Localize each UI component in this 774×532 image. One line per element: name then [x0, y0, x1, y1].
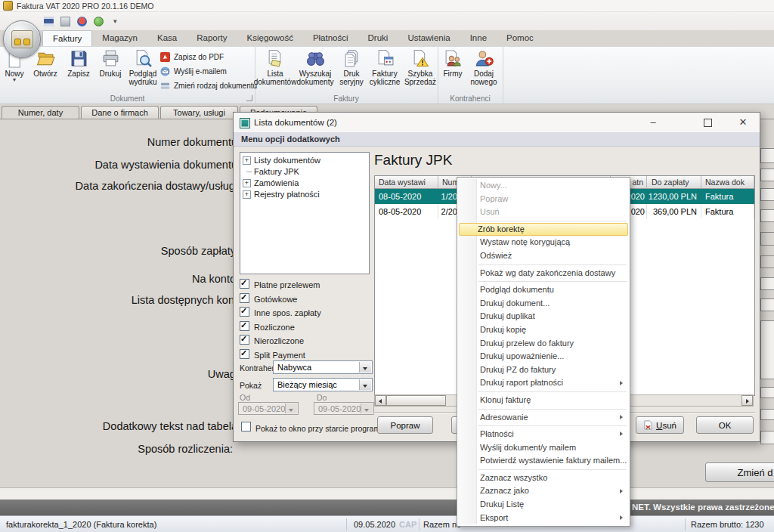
minimize-icon[interactable]: – [642, 113, 664, 132]
save-to-pdf-button[interactable]: Zapisz do PDF [160, 51, 224, 63]
document-tab[interactable]: Towary, usługi [160, 106, 238, 119]
delete-button[interactable]: Usuń [636, 416, 684, 434]
context-menu-item[interactable]: Pokaż wg daty zakończenia dostawy [457, 267, 630, 280]
context-menu-item[interactable]: Popraw [457, 193, 630, 206]
context-menu-item[interactable]: Drukuj przelew do faktury [457, 337, 630, 351]
scroll-right-icon[interactable] [741, 395, 753, 406]
dialog-menu-bar[interactable]: Menu opcji dodatkowych [234, 132, 760, 147]
filter-option[interactable]: Gotówkowe [240, 292, 373, 306]
quick-sale-button[interactable]: Szybka Sprzedaż [403, 48, 438, 92]
document-list-button[interactable]: Lista dokumentów [256, 48, 294, 92]
change-document-type-button[interactable]: Zmień rodzaj dokumentu [160, 79, 257, 92]
form-field-stub[interactable] [760, 320, 774, 379]
context-menu-item[interactable]: Drukuj raport płatności [457, 376, 630, 390]
context-menu-item[interactable]: Odśwież [457, 249, 630, 263]
kontrahent-select[interactable]: Nabywca [273, 360, 373, 374]
form-field-stub[interactable] [760, 387, 774, 398]
ribbon-tab[interactable]: Płatności [303, 30, 358, 46]
ribbon-tab[interactable]: Faktury [42, 30, 92, 46]
ribbon-tab[interactable]: Magazyn [92, 30, 147, 46]
context-menu-item[interactable]: Podgląd dokumentu [457, 283, 630, 297]
filter-option[interactable]: Płatne przelewem [240, 277, 373, 292]
context-menu-item[interactable]: Drukuj duplikat [457, 310, 630, 323]
save-button[interactable]: Zapisz [63, 48, 94, 92]
checkbox-icon[interactable] [240, 321, 249, 331]
context-menu-item[interactable]: Zrób korektę [459, 223, 628, 237]
filter-option[interactable]: Inne spos. zapłaty [240, 305, 373, 320]
form-field-stub[interactable] [760, 431, 774, 444]
help-badge-icon[interactable] [77, 17, 87, 26]
form-field-stub[interactable] [760, 209, 774, 222]
recurring-invoices-button[interactable]: Faktury cykliczne [367, 48, 403, 92]
application-menu-button[interactable] [3, 20, 41, 58]
document-tab[interactable]: Dane o firmach [81, 106, 159, 119]
open-button[interactable]: Otwórz [29, 48, 62, 92]
scrollbar-thumb[interactable] [386, 395, 446, 406]
chevron-down-icon[interactable] [359, 379, 371, 390]
context-menu-item[interactable]: Drukuj kopię [457, 323, 630, 337]
update-icon[interactable] [94, 17, 104, 26]
context-menu-item[interactable]: Drukuj upoważnienie... [457, 350, 630, 363]
send-email-button[interactable]: Wyślij e-mailem [160, 65, 227, 78]
context-menu-item[interactable]: Eksport [457, 512, 630, 525]
maximize-icon[interactable] [696, 113, 719, 132]
ribbon-tab[interactable]: Raporty [187, 30, 237, 46]
column-header[interactable]: Data wystawi [375, 176, 438, 189]
column-header[interactable]: Nazwa dok [701, 176, 754, 189]
ribbon-tab[interactable]: Inne [460, 30, 497, 46]
context-menu-item[interactable]: Drukuj Listę [457, 498, 630, 512]
context-menu-item[interactable]: Potwierdź wystawienie faktury mailem... [457, 454, 630, 468]
checkbox-icon[interactable] [240, 349, 249, 359]
context-menu-item[interactable]: Zaznacz wszystko [457, 472, 630, 485]
print-preview-button[interactable]: Podgląd wydruku [125, 48, 160, 92]
tree-item[interactable]: Zamówienia [240, 178, 369, 189]
checkbox-icon[interactable] [241, 422, 251, 431]
form-field-stub[interactable] [760, 277, 774, 290]
save-icon[interactable] [44, 17, 54, 26]
context-menu-item[interactable]: Nowy... [457, 179, 630, 193]
filter-option[interactable]: Split Payment [240, 348, 373, 362]
filter-option[interactable]: Rozliczone [240, 320, 373, 334]
context-menu-item[interactable]: Zaznacz jako [457, 484, 630, 498]
form-field-stub[interactable] [760, 298, 774, 311]
ribbon-tab[interactable]: Ustawienia [398, 30, 460, 46]
ribbon-tab[interactable]: Pomoc [497, 30, 543, 46]
context-menu-item[interactable]: Płatności [457, 428, 630, 441]
checkbox-icon[interactable] [240, 279, 249, 289]
form-field-stub[interactable] [760, 188, 774, 201]
chevron-down-icon[interactable] [359, 362, 371, 373]
context-menu-item[interactable]: Adresowanie [457, 411, 630, 425]
form-field-stub[interactable] [760, 169, 774, 181]
context-menu-item[interactable]: Drukuj dokument... [457, 297, 630, 311]
search-documents-button[interactable]: Wyszukaj dokumenty [294, 48, 336, 92]
companies-button[interactable]: Firmy [441, 48, 465, 92]
checkbox-icon[interactable] [240, 293, 249, 303]
add-contractor-button[interactable]: Dodaj nowego [466, 48, 501, 92]
close-icon[interactable]: ✕ [729, 113, 757, 132]
form-field-stub[interactable] [760, 255, 774, 268]
context-menu-item[interactable]: Wystaw notę korygującą [457, 236, 630, 249]
checkbox-icon[interactable] [240, 307, 249, 317]
context-menu-item[interactable]: Drukuj PZ do faktury [457, 363, 630, 377]
date-to-select[interactable]: 09-05-2020 [314, 402, 374, 415]
tree-item[interactable]: Rejestry płatności [240, 189, 369, 200]
ribbon-tab[interactable]: Księgowość [237, 30, 303, 46]
ok-button[interactable]: OK [696, 416, 754, 434]
column-header[interactable]: Do zapłaty [647, 176, 701, 189]
print-button[interactable]: Drukuj [95, 48, 125, 92]
form-field-stub[interactable] [760, 232, 774, 246]
context-menu-item[interactable]: Klonuj fakturę [457, 394, 630, 407]
filter-option[interactable]: Nierozliczone [240, 333, 373, 348]
form-field-stub[interactable] [760, 148, 774, 163]
context-menu-item[interactable]: Usuń [457, 206, 630, 219]
print-icon[interactable] [60, 17, 70, 26]
tree-item[interactable]: Faktury JPK [240, 166, 369, 178]
edit-button[interactable]: Popraw [377, 416, 433, 434]
scroll-left-icon[interactable] [375, 395, 386, 406]
dialog-launcher-icon[interactable] [246, 95, 252, 101]
ribbon-tab[interactable]: Druki [358, 30, 398, 46]
period-select[interactable]: Bieżący miesiąc [273, 378, 373, 391]
document-tab[interactable]: Numer, daty [2, 106, 79, 119]
tree-item[interactable]: Listy dokumentów [240, 155, 369, 166]
ribbon-tab[interactable]: Kasa [147, 30, 187, 46]
